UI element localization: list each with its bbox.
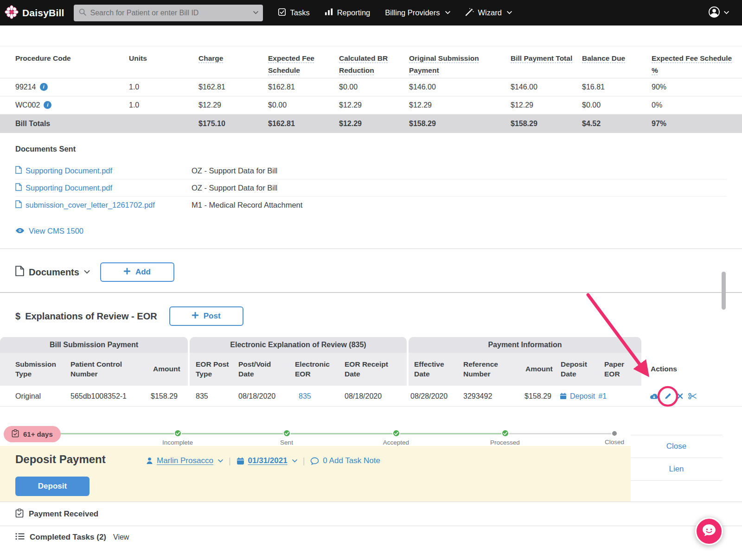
clipboard-check-icon [15,509,24,520]
col-original-submission-payment: Original Submission Payment [409,54,479,74]
col-units: Units [129,54,147,62]
post-eor-button[interactable]: Post [169,306,243,326]
scrollbar-thumb[interactable] [722,272,726,310]
procedure-code: 99214 [15,83,36,91]
timeline-step-label: Processed [480,439,531,446]
chat-widget-button[interactable] [695,517,723,545]
search-caret-icon[interactable] [253,11,258,14]
document-link[interactable]: Supporting Document.pdf [15,183,112,193]
document-link[interactable]: Supporting Document.pdf [15,166,112,176]
due-date-dropdown[interactable]: 01/31/2021 [237,456,297,465]
user-menu[interactable] [708,6,729,20]
download-eor-icon[interactable] [649,393,659,400]
brand[interactable]: DaisyBill [5,5,64,21]
total-charge: $175.10 [198,120,225,127]
pending-circle-icon [611,430,618,437]
col-expected-fee-schedule: Expected Fee Schedule [268,54,314,74]
deposit-link[interactable]: Deposit [570,392,595,401]
bill-totals-row: Bill Totals $175.10 $162.81 $12.29 $158.… [0,115,742,133]
due-date-value: 01/31/2021 [248,456,288,465]
delete-x-icon[interactable] [677,393,683,399]
bill-actions-panel: Close Lien [631,435,722,481]
balance-due-value: $16.81 [582,83,605,91]
col-patient-control-number: Patient Control Number [70,353,128,386]
check-circle-icon [501,429,509,437]
pdf-file-icon [15,183,22,193]
col-submission-type: Submission Type [15,353,59,386]
cell-reference-number: 3293492 [463,386,492,407]
close-bill-button[interactable]: Close [631,435,722,458]
deposit-number-link[interactable]: #1 [598,392,607,401]
document-row: Supporting Document.pdf OZ - Support Dat… [15,162,727,179]
total-bill-payment: $158.29 [511,120,537,127]
edit-pencil-icon[interactable] [664,392,672,400]
info-icon[interactable]: i [40,83,48,91]
col-payment-amount: Amount [525,353,558,386]
nav-billing-providers-label: Billing Providers [385,8,440,17]
section-divider [0,502,742,502]
expected-pct-value: 90% [652,83,666,91]
bill-payment-value: $146.00 [511,83,537,91]
nav-tasks[interactable]: Tasks [278,8,310,18]
col-calculated-br-reduction: Calculated BR Reduction [339,54,388,74]
col-deposit-date: Deposit Date [561,353,593,386]
col-actions: Actions [651,353,688,386]
total-original-submission: $158.29 [409,120,436,127]
view-tasks-link[interactable]: View [113,533,129,541]
lien-button[interactable]: Lien [631,458,722,481]
expected-pct-value: 0% [652,101,662,109]
section-divider [0,248,742,249]
chevron-down-icon [724,11,729,14]
plus-icon [192,312,198,321]
person-icon [146,457,153,465]
top-nav: DaisyBill Tasks Reporting Billing Provid… [0,0,742,25]
user-avatar-icon [708,6,720,20]
scissors-icon[interactable] [688,393,697,400]
col-electronic-eor: Electronic EOR [295,353,339,386]
timeline-step-incomplete: Incomplete [152,429,203,446]
documents-toggle[interactable]: Documents [15,266,90,279]
nav-wizard-label: Wizard [478,8,502,17]
wizard-wand-icon [465,7,474,18]
total-br-reduction: $12.29 [339,120,362,127]
procedure-code: WC002 [15,101,40,109]
nav-reporting[interactable]: Reporting [325,8,371,18]
add-document-button[interactable]: Add [100,262,174,282]
chevron-down-icon [292,459,297,463]
add-task-note-link[interactable]: 0 Add Task Note [310,456,380,465]
deposit-button[interactable]: Deposit [15,477,90,496]
separator: | [229,456,231,466]
info-icon[interactable]: i [44,101,51,109]
eor-section-header: $ Explanations of Review - EOR Post [15,306,243,326]
original-submission-value: $12.29 [409,101,432,109]
balance-due-value: $0.00 [582,101,601,109]
col-paper-eor: Paper EOR [604,353,632,386]
chevron-down-icon [445,11,450,14]
document-filename: Supporting Document.pdf [26,184,112,192]
document-type: OZ - Support Data for Bill [192,184,277,192]
section-divider [0,292,742,293]
deposit-payment-panel: Deposit Payment Marlin Prosacco | 01/31/… [0,446,631,502]
timeline-step-label: Sent [261,439,312,446]
nav-billing-providers[interactable]: Billing Providers [385,8,450,17]
col-eor-post-type: EOR Post Type [196,353,232,386]
col-eor-receipt-date: EOR Receipt Date [345,353,392,386]
cell-amount: $158.29 [151,386,178,407]
payment-received-row: Payment Received [15,502,98,526]
search-input[interactable] [90,9,253,17]
daisybill-logo-icon [5,5,19,21]
eor-title: $ Explanations of Review - EOR [15,311,157,322]
cell-post-void-date: 08/18/2020 [238,386,275,407]
electronic-eor-link[interactable]: 835 [299,386,311,407]
global-search[interactable] [74,5,263,21]
col-procedure-code: Procedure Code [15,54,71,62]
view-cms-1500-link[interactable]: View CMS 1500 [15,227,83,235]
document-icon [15,266,24,279]
document-link[interactable]: submission_cover_letter_1261702.pdf [15,200,155,210]
timeline-step-label: Incomplete [152,439,203,446]
documents-title: Documents [29,267,79,278]
assignee-dropdown[interactable]: Marlin Prosacco [146,456,223,465]
nav-wizard[interactable]: Wizard [465,7,512,18]
bill-payment-value: $12.29 [511,101,533,109]
eor-table: Bill Submission Payment Electronic Expla… [0,337,742,407]
